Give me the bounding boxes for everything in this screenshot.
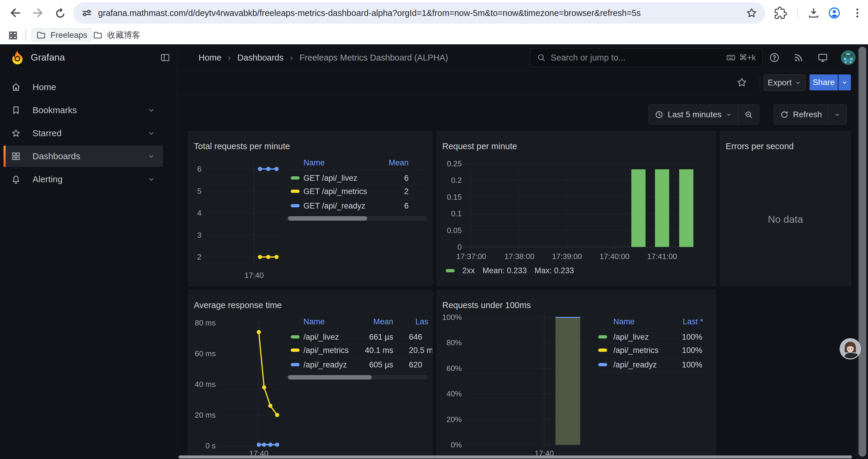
zoom-out-button[interactable]: [738, 105, 759, 124]
axis-tick-label: 17:37:00: [456, 252, 486, 261]
horizontal-scrollbar[interactable]: [179, 455, 852, 458]
legend-cell: 100%: [631, 345, 702, 356]
table-row-divider: [596, 329, 708, 329]
series-swatch[interactable]: [291, 335, 300, 338]
axis-tick-label: 80%: [446, 338, 462, 347]
chart-average-response-time: 80 ms60 ms40 ms20 ms0 s17:40NameMeanLas/…: [188, 290, 432, 459]
search-input[interactable]: Search or jump to... ⌘+k: [530, 48, 763, 67]
user-avatar[interactable]: [841, 50, 856, 65]
panel-title[interactable]: Request per minute: [442, 141, 517, 151]
search-shortcut: ⌘+k: [739, 53, 756, 62]
extensions-icon[interactable]: [774, 6, 787, 20]
legend-column-header[interactable]: Last *: [632, 316, 703, 327]
sidebar-item-starred[interactable]: Starred: [4, 123, 163, 144]
refresh-button[interactable]: Refresh: [774, 105, 828, 124]
series-swatch[interactable]: [291, 349, 300, 352]
legend-cell: 605 µs: [322, 359, 393, 370]
vertical-scrollbar[interactable]: [859, 47, 866, 457]
bookmark-folder-blogs[interactable]: 收藏博客: [88, 28, 146, 42]
legend-scrollbar[interactable]: [288, 216, 367, 221]
chevron-down-icon: [841, 79, 848, 86]
series-swatch[interactable]: [598, 363, 607, 366]
sidebar-item-label: Starred: [32, 128, 147, 138]
chart-requests-under-100ms: 100%80%60%40%20%0%17:40NameLast */api/_l…: [437, 290, 716, 459]
refresh-interval-dropdown[interactable]: [828, 105, 846, 124]
bookmark-star-icon[interactable]: [745, 6, 758, 20]
axis-tick-label: 6: [197, 165, 202, 173]
panel-title[interactable]: Requests under 100ms: [442, 300, 531, 310]
legend-column-header[interactable]: Mean: [322, 316, 393, 327]
brand-title[interactable]: Grafana: [31, 52, 65, 63]
sidebar-item-alerting[interactable]: Alerting: [4, 169, 163, 190]
chevron-down-icon[interactable]: [147, 152, 155, 160]
help-icon[interactable]: [769, 52, 780, 63]
share-dropdown-button[interactable]: [838, 74, 851, 90]
grafana-logo[interactable]: [9, 50, 25, 66]
chevron-down-icon[interactable]: [147, 175, 155, 184]
panel-title[interactable]: Average response time: [194, 300, 282, 310]
legend-column-header[interactable]: Name: [303, 157, 325, 168]
chevron-down-icon[interactable]: [147, 106, 155, 114]
favorite-dashboard-icon[interactable]: [736, 76, 748, 89]
bookmark-label: Freeleaps: [51, 30, 88, 40]
legend-cell: 620: [409, 359, 422, 370]
axis-tick-label: 3: [197, 231, 202, 239]
sidebar-item-home[interactable]: Home: [4, 76, 163, 98]
assistant-avatar-widget[interactable]: [840, 339, 860, 359]
downloads-icon[interactable]: [807, 6, 820, 20]
profile-avatar[interactable]: [828, 6, 841, 20]
sidebar-item-bookmarks[interactable]: Bookmarks: [4, 100, 163, 121]
back-icon[interactable]: [8, 6, 23, 20]
panel-title[interactable]: Errors per second: [725, 141, 794, 151]
url-text[interactable]: grafana.mathmast.com/d/deytv4rwavabkb/fr…: [98, 8, 641, 18]
breadcrumb-dashboards[interactable]: Dashboards: [237, 53, 283, 63]
legend-scrollbar[interactable]: [288, 375, 372, 380]
table-row-divider: [596, 372, 708, 372]
legend-column-header[interactable]: Mean: [338, 157, 409, 168]
menu-dots-icon[interactable]: [851, 6, 864, 20]
legend-column-header[interactable]: Name: [613, 316, 634, 327]
site-settings-icon[interactable]: [81, 7, 93, 19]
axis-tick-label: 0: [458, 242, 462, 251]
axis-tick-label: 17:39:00: [552, 252, 582, 261]
refresh-label: Refresh: [793, 110, 822, 119]
bookmark-folder-freeleaps[interactable]: Freeleaps: [31, 28, 93, 42]
legend-column-header[interactable]: Name: [303, 316, 325, 327]
table-row-divider: [596, 343, 708, 344]
legend-column-header[interactable]: Las: [415, 316, 428, 327]
apps-grid-icon[interactable]: [8, 30, 18, 41]
axis-tick-label: 0.25: [447, 159, 462, 168]
forward-icon[interactable]: [31, 6, 45, 20]
url-bar[interactable]: grafana.mathmast.com/d/deytv4rwavabkb/fr…: [73, 2, 765, 24]
series-swatch[interactable]: [291, 176, 300, 179]
series-swatch[interactable]: [291, 363, 300, 366]
export-button[interactable]: Export: [764, 74, 806, 91]
series-swatch[interactable]: [291, 204, 300, 207]
sidebar-toggle-icon[interactable]: [159, 52, 171, 63]
legend-cell: 6: [338, 200, 409, 211]
legend-cell: 646: [409, 331, 422, 342]
actions-divider: [760, 76, 760, 89]
series-swatch[interactable]: [598, 349, 607, 352]
axis-tick-label: 4: [197, 208, 202, 218]
share-label: Share: [813, 78, 835, 87]
sidebar-item-dashboards[interactable]: Dashboards: [4, 145, 163, 167]
tv-kiosk-icon[interactable]: [817, 52, 829, 63]
series-swatch[interactable]: [291, 190, 300, 193]
news-rss-icon[interactable]: [793, 52, 804, 63]
series-swatch[interactable]: [598, 335, 607, 338]
time-range-picker[interactable]: Last 5 minutes: [649, 105, 738, 124]
axis-tick-label: 17:38:00: [504, 252, 534, 261]
breadcrumb-home[interactable]: Home: [198, 53, 221, 63]
panel-title[interactable]: Total requests per minute: [194, 141, 290, 151]
table-row-divider: [596, 358, 708, 358]
chevron-down-icon: [834, 111, 840, 118]
reload-icon[interactable]: [53, 6, 67, 20]
table-row-divider: [286, 372, 427, 372]
panel-requests-under-100ms: Requests under 100ms 100%80%60%40%20%0%1…: [437, 290, 716, 459]
axis-tick-label: 0%: [451, 440, 462, 449]
legend-series-name[interactable]: 2xx: [462, 266, 475, 275]
legend[interactable]: 2xx Mean: 0.233 Max: 0.233: [446, 266, 574, 275]
share-button[interactable]: Share: [809, 74, 838, 90]
chevron-down-icon[interactable]: [147, 129, 155, 137]
